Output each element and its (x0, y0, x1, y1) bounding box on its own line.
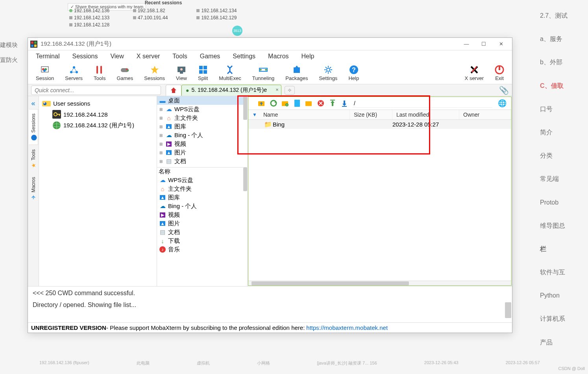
delete-icon[interactable] (317, 99, 325, 107)
local-list-item[interactable]: ☁WPS云盘 (157, 176, 247, 184)
close-button[interactable]: ✕ (492, 38, 510, 50)
remote-path-input[interactable] (352, 99, 492, 108)
local-list-scrollbar[interactable] (243, 167, 247, 191)
menu-xserver[interactable]: X server (130, 51, 166, 61)
local-root[interactable]: ▬ 桌面 (157, 96, 247, 105)
menu-macros[interactable]: Macros (262, 51, 295, 61)
new-file-icon[interactable] (293, 99, 301, 107)
open-folder-icon[interactable] (305, 99, 313, 107)
vtab-tools[interactable]: ★Tools (29, 145, 38, 173)
maximize-button[interactable]: ☐ (475, 38, 492, 50)
menu-settings[interactable]: Settings (226, 51, 262, 61)
local-list-item[interactable]: ⌂主文件夹 (157, 184, 247, 193)
up-folder-icon[interactable] (258, 99, 266, 107)
remote-file-row[interactable]: 📁Bing2023-12-28 05:27 (248, 120, 511, 129)
menu-help[interactable]: Help (295, 51, 321, 61)
refresh-icon[interactable] (270, 99, 277, 107)
local-tree-item[interactable]: ⊞▲图片 (157, 148, 247, 157)
vtab-sessions[interactable]: ⬤Sessions (29, 109, 38, 145)
tool-help[interactable]: ?Help (343, 64, 364, 82)
picture-icon: ▲ (165, 149, 173, 156)
tool-settings[interactable]: Settings (313, 64, 343, 82)
tool-sessions[interactable]: Sessions (139, 64, 170, 82)
tool-games[interactable]: Games (111, 64, 139, 82)
tool-view[interactable]: View (170, 64, 192, 82)
svg-point-15 (126, 69, 128, 70)
folder-icon: 📁 (264, 121, 271, 128)
svg-text:?: ? (352, 67, 356, 73)
local-list-item[interactable]: ☁Bing - 个人 (157, 202, 247, 210)
user-folder-icon (42, 99, 51, 108)
col-modified[interactable]: Last modified (392, 110, 459, 119)
cloud-icon: ☁ (159, 176, 166, 184)
menu-view[interactable]: View (104, 51, 130, 61)
globe-icon[interactable]: 🌐 (498, 99, 507, 108)
local-tree: ▬ 桌面 ⊞☁WPS云盘⊞⌂主文件夹⊞▲图库⊞☁Bing - 个人⊞▶视频⊞▲图… (157, 96, 247, 167)
local-tree-scrollbar[interactable] (243, 96, 247, 120)
session-item[interactable]: 192.168.244.132 (用户1号) (41, 120, 155, 131)
local-list-item[interactable]: ♪音乐 (157, 245, 247, 254)
sessions-root[interactable]: User sessions (41, 98, 155, 109)
svg-point-8 (43, 69, 46, 72)
svg-point-16 (127, 70, 129, 71)
svg-rect-3 (31, 45, 33, 47)
paperclip-icon[interactable]: 📎 (499, 86, 509, 95)
local-list-item[interactable]: ▶视频 (157, 210, 247, 219)
bg-right-nav: 2.7、测试a、服务b、外部C、借取口号简介分类常见端Protob维导图总栏软件… (537, 4, 588, 354)
download-icon[interactable] (340, 99, 348, 107)
local-tree-item[interactable]: ⊞☁WPS云盘 (157, 105, 247, 114)
cloud2-icon: ☁ (165, 131, 173, 139)
local-list-item[interactable]: ▤文档 (157, 228, 247, 236)
remote-h-scrollbar[interactable] (248, 281, 511, 285)
tool-tunneling[interactable]: Tunneling (247, 64, 280, 82)
new-folder-icon[interactable]: + (281, 99, 289, 107)
bg-left-text: 建模块置防火 (0, 37, 18, 67)
col-name[interactable]: ▼Name (248, 110, 350, 119)
svg-point-33 (44, 102, 45, 104)
menu-games[interactable]: Games (194, 51, 227, 61)
tool-servers[interactable]: Servers (59, 64, 88, 82)
svg-rect-2 (34, 41, 37, 44)
local-list-item[interactable]: ▲图库 (157, 193, 247, 202)
local-tree-item[interactable]: ⊞▤文档 (157, 157, 247, 166)
menu-sessions[interactable]: Sessions (66, 51, 104, 61)
minimize-button[interactable]: — (458, 38, 475, 50)
vtab-macros[interactable]: ✈Macros (29, 173, 38, 205)
bg-recent-sessions: Recent sessions 192.168.142.136192.168.1… (67, 0, 260, 28)
tab-session-label: 5. 192.168.244.132 (用户1号)e (191, 87, 266, 94)
tool-tools[interactable]: Tools (88, 64, 111, 82)
tool-exit[interactable]: Exit (489, 64, 510, 82)
quick-connect-input[interactable] (31, 86, 161, 95)
col-owner[interactable]: Owner (459, 110, 511, 119)
tools-icon (95, 65, 104, 74)
local-tree-item[interactable]: ⊞▲图库 (157, 122, 247, 131)
menu-terminal[interactable]: Terminal (30, 51, 66, 61)
app-icon (30, 41, 37, 48)
local-list-item[interactable]: ↓下载 (157, 236, 247, 245)
local-browser: ▬ 桌面 ⊞☁WPS云盘⊞⌂主文件夹⊞▲图库⊞☁Bing - 个人⊞▶视频⊞▲图… (157, 96, 248, 286)
titlebar: 192.168.244.132 (用户1号) — ☐ ✕ (28, 38, 512, 50)
col-size[interactable]: Size (KB) (350, 110, 392, 119)
local-tree-item[interactable]: ⊞▶视频 (157, 140, 247, 148)
local-tree-item[interactable]: ⊞☁Bing - 个人 (157, 131, 247, 140)
upload-icon[interactable] (329, 99, 337, 107)
svg-rect-37 (59, 114, 60, 116)
xserver-icon (470, 65, 479, 74)
tab-session-active[interactable]: ● 5. 192.168.244.132 (用户1号)e (181, 85, 281, 96)
log-scrollbar[interactable] (505, 302, 511, 318)
tool-session[interactable]: Session (30, 64, 59, 82)
status-link[interactable]: https://mobaxterm.mobatek.net (306, 324, 388, 331)
menubar: TerminalSessionsViewX serverToolsGamesSe… (28, 50, 512, 62)
tool-multiexec[interactable]: MultiExec (213, 64, 246, 82)
session-item[interactable]: 192.168.244.128 (41, 109, 155, 120)
tool-split[interactable]: Split (192, 64, 213, 82)
tool-xserver[interactable]: X server (459, 64, 489, 82)
menu-tools[interactable]: Tools (166, 51, 193, 61)
tab-add-button[interactable]: ✧ (285, 86, 295, 95)
local-tree-item[interactable]: ⊞⌂主文件夹 (157, 114, 247, 122)
local-list-item[interactable]: ▲图片 (157, 219, 247, 228)
collapse-sidebar-icon[interactable]: « (30, 98, 37, 109)
help-icon: ? (349, 65, 359, 74)
tool-packages[interactable]: Packages (280, 64, 313, 82)
tab-home[interactable] (166, 85, 181, 96)
